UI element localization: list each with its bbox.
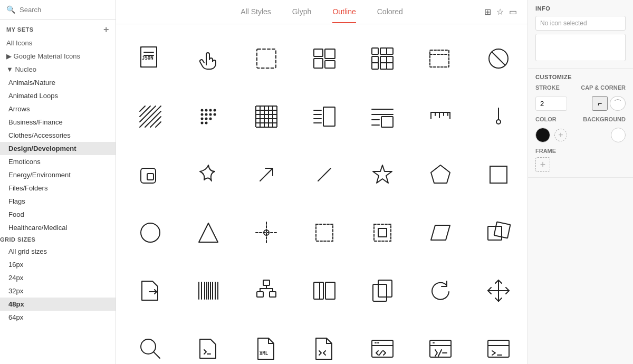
icon-layout-panel[interactable]: [353, 88, 411, 146]
sidebar-item-food[interactable]: Food: [0, 208, 116, 221]
icon-line-diagonal[interactable]: [295, 146, 353, 204]
stroke-row: STROKE CAP & CORNER: [535, 84, 626, 91]
icon-crosshair[interactable]: [237, 204, 295, 262]
cap-corner-buttons: ⌐ ⌒: [592, 96, 626, 111]
icon-triangle[interactable]: [179, 204, 237, 262]
icons-row: [121, 88, 522, 146]
add-set-button[interactable]: +: [103, 25, 109, 34]
bg-white-swatch[interactable]: [611, 128, 626, 142]
icon-barcode[interactable]: [179, 262, 237, 320]
svg-rect-10: [380, 48, 387, 54]
icon-node[interactable]: [469, 88, 528, 146]
icon-square[interactable]: [469, 146, 528, 204]
svg-rect-115: [378, 280, 392, 297]
stroke-input[interactable]: [535, 97, 567, 111]
sidebar-item-flags[interactable]: Flags: [0, 195, 116, 208]
icon-selection[interactable]: [237, 30, 295, 88]
grid-size-item-16px[interactable]: 16px: [0, 258, 116, 271]
icon-rounded-rect[interactable]: [121, 146, 179, 204]
icon-code-braces[interactable]: [179, 320, 237, 364]
sidebar-item-arrows[interactable]: Arrows: [0, 102, 116, 116]
grid-size-item-48px[interactable]: 48px: [0, 298, 116, 311]
sidebar-item-design-dev[interactable]: Design/Development: [0, 142, 116, 155]
icon-pentagon[interactable]: [411, 146, 469, 204]
svg-point-39: [201, 122, 204, 124]
stroke-label: STROKE: [535, 84, 560, 91]
icon-move[interactable]: [469, 262, 528, 320]
add-frame-button[interactable]: +: [535, 157, 550, 172]
grid-sizes-label: GRID SIZES: [0, 236, 35, 243]
icon-circle-partial[interactable]: [469, 30, 528, 88]
sidebar-item-animated-loops[interactable]: Animated Loops: [0, 89, 116, 102]
icon-transform[interactable]: [469, 204, 528, 262]
grid-size-item-64px[interactable]: 64px: [0, 311, 116, 324]
sidebar-item-animals-nature[interactable]: Animals/Nature: [0, 76, 116, 89]
svg-marker-77: [373, 165, 392, 183]
icon-circle[interactable]: [121, 204, 179, 262]
icon-grid[interactable]: [353, 30, 411, 88]
icon-terminal[interactable]: [469, 320, 528, 364]
sidebar-item-emoticons[interactable]: Emoticons: [0, 155, 116, 168]
grid-size-item-32px[interactable]: 32px: [0, 284, 116, 298]
cap-round-button[interactable]: ⌒: [610, 96, 626, 111]
icon-columns[interactable]: [295, 262, 353, 320]
icon-code-brackets[interactable]: [295, 320, 353, 364]
icon-dots[interactable]: [179, 88, 237, 146]
search-input[interactable]: [20, 6, 109, 14]
svg-rect-74: [147, 174, 154, 180]
icon-list-view[interactable]: [295, 88, 353, 146]
tab-colored[interactable]: Colored: [377, 1, 403, 23]
icon-file-export[interactable]: [121, 262, 179, 320]
svg-line-27: [156, 122, 161, 127]
color-black-swatch[interactable]: [535, 128, 550, 142]
sidebar-item-files-folders[interactable]: Files/Folders: [0, 181, 116, 195]
cap-square-button[interactable]: ⌐: [592, 96, 608, 111]
icon-dashboard[interactable]: [295, 30, 353, 88]
icon-browser-code[interactable]: [353, 320, 411, 364]
icon-hand[interactable]: [179, 30, 237, 88]
tab-glyph[interactable]: Glyph: [292, 1, 312, 23]
sidebar-item-all-icons[interactable]: All Icons: [0, 36, 116, 50]
icon-hash-grid[interactable]: [237, 88, 295, 146]
icon-copy[interactable]: [353, 262, 411, 320]
sidebar-item-clothes[interactable]: Clothes/Accessories: [0, 129, 116, 142]
icon-name-input[interactable]: [535, 16, 626, 31]
icon-json[interactable]: JSON: [121, 30, 179, 88]
icon-arrow-diagonal[interactable]: [237, 146, 295, 204]
frame-label: FRAME: [535, 148, 626, 154]
sidebar-item-business-finance[interactable]: Business/Finance: [0, 116, 116, 129]
sidebar-item-nucleo[interactable]: ▼ Nucleo: [0, 63, 116, 76]
window-icon[interactable]: ▭: [509, 7, 517, 17]
icon-info-textarea[interactable]: [535, 34, 626, 61]
sidebar-item-google-material[interactable]: ▶ Google Material Icons: [0, 50, 116, 63]
search-box[interactable]: 🔍: [0, 0, 116, 20]
icon-diagonal-lines[interactable]: [121, 88, 179, 146]
icon-xml-file[interactable]: XML: [237, 320, 295, 364]
icon-hierarchy[interactable]: [237, 262, 295, 320]
sidebar-item-energy[interactable]: Energy/Environment: [0, 168, 116, 181]
icon-star[interactable]: [353, 146, 411, 204]
stroke-controls-row: ⌐ ⌒: [535, 96, 626, 111]
right-panel: INFO CUSTOMIZE STROKE CAP & CORNER ⌐ ⌒ C…: [528, 0, 633, 364]
icon-focus[interactable]: [295, 204, 353, 262]
tab-all-styles[interactable]: All Styles: [241, 1, 271, 23]
my-sets-label: MY SETS: [6, 26, 34, 33]
add-color-button[interactable]: +: [554, 129, 567, 141]
sidebar-item-healthcare[interactable]: Healthcare/Medical: [0, 221, 116, 234]
icon-refresh[interactable]: [411, 262, 469, 320]
tab-outline[interactable]: Outline: [332, 1, 356, 23]
icon-parallelogram[interactable]: [411, 204, 469, 262]
icon-browser-slash[interactable]: [411, 320, 469, 364]
grid-size-item-24px[interactable]: 24px: [0, 271, 116, 284]
svg-rect-12: [372, 56, 378, 63]
icon-selection-alt[interactable]: [411, 30, 469, 88]
svg-point-80: [141, 223, 160, 242]
icon-star-rounded[interactable]: [179, 146, 237, 204]
svg-line-21: [140, 106, 161, 127]
icon-ruler-h[interactable]: [411, 88, 469, 146]
grid-size-item-all-grid[interactable]: All grid sizes: [0, 245, 116, 258]
icon-search[interactable]: [121, 320, 179, 364]
star-icon[interactable]: ☆: [496, 7, 504, 17]
icon-crop[interactable]: [353, 204, 411, 262]
grid-view-icon[interactable]: ⊞: [484, 7, 491, 17]
